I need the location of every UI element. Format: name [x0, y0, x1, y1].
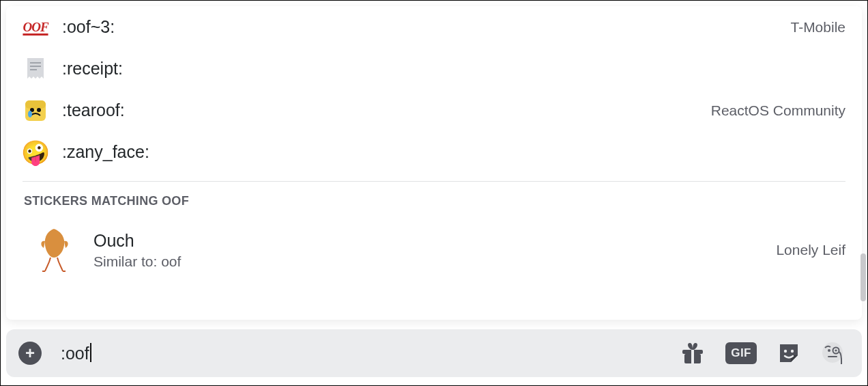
message-input-text: :oof: [61, 344, 89, 363]
input-action-icons: GIF: [680, 341, 845, 366]
emoji-suggestion-tearoof[interactable]: :tearoof: ReactOS Community: [23, 89, 845, 131]
svg-rect-10: [691, 350, 694, 363]
section-divider: [23, 181, 845, 182]
leaf-sticker-icon: [33, 226, 74, 274]
oof-icon: OOF: [23, 14, 48, 40]
zany-face-icon: 🤪: [23, 139, 48, 165]
emoji-picker-button[interactable]: [821, 341, 845, 366]
tearoof-icon: [23, 98, 48, 124]
stickers-section-header: STICKERS MATCHING oof: [20, 187, 848, 217]
svg-point-11: [784, 350, 787, 353]
svg-point-16: [835, 349, 837, 351]
message-input-bar: + :oof GIF: [6, 329, 862, 377]
emoji-name: :oof~3:: [62, 17, 790, 37]
svg-rect-0: [30, 62, 41, 64]
receipt-icon: [23, 56, 48, 82]
sticker-source-label: Lonely Leif: [776, 242, 845, 258]
scrollbar-thumb[interactable]: [860, 253, 866, 301]
svg-rect-4: [25, 100, 46, 109]
sticker-picker-button[interactable]: [777, 342, 800, 365]
svg-point-6: [37, 108, 41, 112]
plus-icon: +: [25, 345, 35, 361]
svg-rect-1: [30, 66, 41, 67]
emoji-suggestion-list: OOF :oof~3: T-Mobile :receipt:: [6, 6, 862, 173]
gift-icon[interactable]: [680, 342, 705, 365]
emoji-name: :receipt:: [62, 59, 845, 79]
gif-icon: GIF: [725, 342, 757, 364]
emoji-suggestion-receipt[interactable]: :receipt:: [23, 48, 845, 89]
emoji-suggestion-oof3[interactable]: OOF :oof~3: T-Mobile: [23, 6, 845, 48]
svg-rect-2: [30, 69, 37, 70]
message-input[interactable]: :oof: [61, 343, 680, 363]
svg-point-14: [828, 349, 830, 352]
emoji-name: :zany_face:: [62, 142, 845, 162]
emoji-autocomplete-popup: OOF :oof~3: T-Mobile :receipt:: [6, 6, 862, 320]
sticker-info: Ouch Similar to: oof: [93, 231, 776, 270]
sticker-suggestion-ouch[interactable]: Ouch Similar to: oof Lonely Leif: [6, 217, 862, 281]
gif-button[interactable]: GIF: [725, 342, 757, 364]
emoji-server-label: ReactOS Community: [711, 102, 845, 119]
text-caret: [90, 343, 91, 362]
emoji-server-label: T-Mobile: [790, 19, 845, 36]
emoji-suggestion-zany-face[interactable]: 🤪 :zany_face:: [23, 131, 845, 173]
svg-point-12: [791, 350, 794, 353]
svg-point-7: [28, 111, 32, 118]
sticker-subtitle: Similar to: oof: [93, 253, 776, 270]
sticker-name: Ouch: [93, 231, 776, 251]
add-attachment-button[interactable]: +: [18, 342, 42, 365]
emoji-name: :tearoof:: [62, 100, 711, 120]
